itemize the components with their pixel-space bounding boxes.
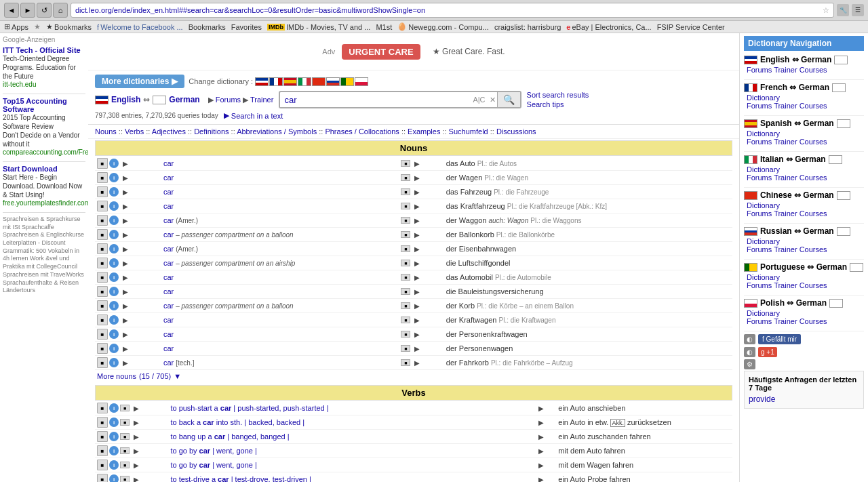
flag-pt[interactable]	[340, 77, 354, 86]
back-button[interactable]: ◄	[4, 3, 19, 18]
info-icon[interactable]: i	[109, 216, 119, 225]
info-icon[interactable]: i	[109, 258, 119, 268]
gplus-button[interactable]: g +1	[758, 347, 777, 357]
like-button[interactable]: f Gefällt mir	[758, 334, 801, 344]
word-en[interactable]: car	[163, 330, 174, 338]
save-icon[interactable]: ■	[97, 258, 108, 268]
toggle-icon[interactable]: ◐	[744, 334, 755, 344]
anfragen-word[interactable]: provide	[749, 394, 859, 404]
save-icon[interactable]: ■	[97, 201, 108, 211]
verb-en[interactable]: to push-start a car | push-started, push…	[170, 404, 328, 412]
info-icon[interactable]: i	[109, 344, 119, 353]
flag-it[interactable]	[298, 77, 311, 86]
verb-en[interactable]: to go by car | went, gone |	[170, 461, 256, 469]
word-en[interactable]: car	[163, 302, 174, 310]
verb-en[interactable]: to bang up a car | banged, banged |	[170, 432, 289, 441]
right-link-forums-es[interactable]: Forums Trainer Courses	[747, 138, 864, 146]
play-de-icon[interactable]: ▶	[536, 417, 547, 428]
verb-en[interactable]: to go by car | went, gone |	[170, 447, 256, 455]
play-icon[interactable]: ▶	[131, 403, 142, 413]
home-button[interactable]: ⌂	[53, 3, 68, 18]
word-en[interactable]: car	[163, 316, 174, 324]
breadcrumb-adjectives[interactable]: Adjectives	[152, 127, 186, 136]
play-de-icon[interactable]: ▶	[412, 201, 422, 211]
word-en[interactable]: car	[163, 245, 174, 253]
play-de-icon[interactable]: ▶	[412, 243, 422, 254]
breadcrumb-definitions[interactable]: Definitions	[194, 127, 229, 136]
word-en[interactable]: car	[163, 273, 174, 281]
play-icon[interactable]: ▶	[120, 329, 131, 340]
play-de-icon[interactable]: ▶	[412, 329, 422, 340]
info-icon[interactable]: i	[109, 173, 119, 182]
right-link-forums-trainer-en[interactable]: Forums Trainer Courses	[747, 66, 864, 74]
word-en[interactable]: car	[163, 359, 174, 367]
play-de-icon[interactable]: ▶	[412, 229, 422, 240]
play-de-icon[interactable]: ▶	[412, 258, 422, 268]
info-icon[interactable]: i	[109, 432, 119, 441]
breadcrumb-suchumfeld[interactable]: Suchumfeld	[449, 127, 488, 136]
bookmark-fsip[interactable]: FSIP Service Center	[657, 23, 725, 31]
save-icon[interactable]: ■	[97, 431, 108, 442]
play-de-icon[interactable]: ▶	[412, 215, 422, 226]
tips-link[interactable]: Search tips	[527, 100, 564, 108]
flag-pl[interactable]	[355, 77, 368, 86]
breadcrumb-verbs[interactable]: Verbs	[125, 127, 144, 136]
right-link-dict-it[interactable]: Dictionary	[747, 165, 864, 174]
play-icon[interactable]: ▶	[120, 343, 131, 354]
right-link-dict-pt[interactable]: Dictionary	[747, 273, 864, 281]
save-icon[interactable]: ■	[97, 314, 108, 325]
forums-link[interactable]: Forums	[216, 96, 241, 104]
save-icon[interactable]: ■	[97, 286, 108, 297]
breadcrumb-discussions[interactable]: Discussions	[496, 127, 536, 136]
right-link-forums-pl[interactable]: Forums Trainer Courses	[747, 317, 864, 325]
right-link-forums-pt[interactable]: Forums Trainer Courses	[747, 281, 864, 289]
right-link-forums-cn[interactable]: Forums Trainer Courses	[747, 209, 864, 218]
info-icon[interactable]: i	[109, 329, 119, 339]
save-icon[interactable]: ■	[97, 343, 108, 354]
urgent-care-button[interactable]: URGENT CARE	[342, 44, 420, 60]
info-icon[interactable]: i	[109, 201, 119, 211]
right-link-dict-ru[interactable]: Dictionary	[747, 237, 864, 245]
info-icon[interactable]: i	[109, 358, 119, 367]
save-icon[interactable]: ■	[97, 172, 108, 183]
save-icon[interactable]: ■	[97, 243, 108, 254]
search-input[interactable]	[280, 93, 470, 107]
verb-en[interactable]: to back a car into sth. | backed, backed…	[170, 418, 304, 426]
word-en[interactable]: car	[163, 230, 174, 239]
play-icon[interactable]: ▶	[131, 417, 142, 428]
play-icon[interactable]: ▶	[120, 272, 131, 283]
play-icon[interactable]: ▶	[120, 201, 131, 211]
play-icon[interactable]: ▶	[120, 172, 131, 183]
save-icon[interactable]: ■	[97, 158, 108, 169]
info-icon[interactable]: i	[109, 230, 119, 239]
bookmark-imdb[interactable]: IMDb IMDb - Movies, TV and ...	[267, 23, 371, 31]
play-de-icon[interactable]: ▶	[536, 431, 547, 442]
save-icon[interactable]: ■	[97, 329, 108, 340]
play-icon[interactable]: ▶	[131, 445, 142, 456]
word-en[interactable]: car	[163, 202, 174, 210]
play-icon[interactable]: ▶	[131, 431, 142, 442]
more-nouns-button[interactable]: More nouns (15 / 705) ▼	[95, 370, 732, 382]
search-in-text[interactable]: ▶ Search in a text	[224, 111, 283, 120]
play-icon[interactable]: ▶	[120, 186, 131, 197]
info-icon[interactable]: i	[109, 474, 119, 482]
breadcrumb-phrases[interactable]: Phrases / Collocations	[325, 127, 399, 136]
play-de-icon[interactable]: ▶	[536, 445, 547, 456]
menu-icon[interactable]: ☰	[852, 4, 864, 16]
lang-german[interactable]: German	[169, 95, 199, 104]
info-icon[interactable]: i	[109, 403, 119, 413]
info-icon[interactable]: i	[109, 315, 119, 325]
play-icon[interactable]: ▶	[120, 357, 131, 368]
play-de-icon[interactable]: ▶	[412, 172, 422, 183]
save-icon[interactable]: ■	[97, 229, 108, 240]
bookmark-bookmarks2[interactable]: Bookmarks	[189, 23, 226, 31]
flag-fr[interactable]	[269, 77, 283, 86]
word-en[interactable]: car	[163, 344, 174, 352]
save-icon[interactable]: ■	[97, 474, 108, 482]
play-de-icon[interactable]: ▶	[412, 158, 422, 169]
play-de-icon[interactable]: ▶	[412, 314, 422, 325]
more-dicts-button[interactable]: More dictionaries ▶	[95, 75, 184, 88]
info-icon[interactable]: i	[109, 287, 119, 296]
play-de-icon[interactable]: ▶	[536, 474, 547, 482]
verb-en[interactable]: to test-drive a car | test-drove, test-d…	[170, 475, 311, 482]
